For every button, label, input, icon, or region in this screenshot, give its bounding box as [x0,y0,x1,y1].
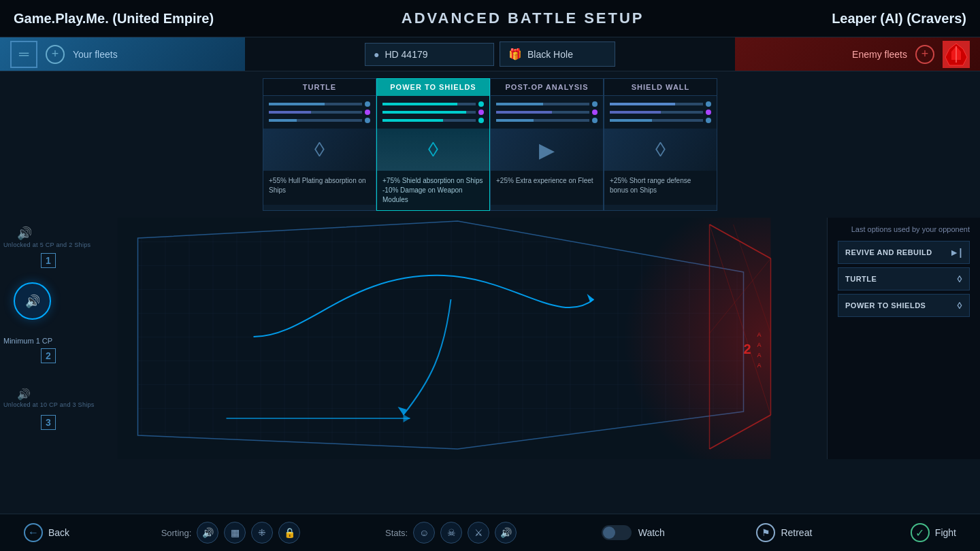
skip-forward-icon: ►| [949,247,962,258]
watch-toggle[interactable] [602,525,632,540]
stat-skull-btn[interactable]: ☠ [440,522,462,544]
battlefield: 2 A A A A [61,218,827,459]
svg-rect-6 [526,218,771,459]
back-label: Back [48,527,69,538]
location-name: Black Hole [527,49,573,60]
sort-bar-btn[interactable]: ▦ [224,522,246,544]
pop-icon: ▶ [539,138,555,162]
card-sw-desc: +25% Short range defense bonus on Ships [604,171,717,205]
retreat-button[interactable]: ⚑ Retreat [749,519,819,546]
fight-button[interactable]: ✓ Fight [904,519,963,546]
bottom-bar: ← Back Sorting: 🔊 ▦ ⁜ 🔒 Stats: ☺ ☠ ⚔ 🔊 W… [0,514,980,551]
turtle-shield-icon: ◊ [314,138,325,161]
watch-section: Watch [602,525,665,540]
card-pop-bg: ▶ [491,129,603,171]
card-turtle-header: TURTLE [263,79,376,96]
battle-cards-row: TURTLE ◊ +55% Hull Plating absorption on… [0,71,980,218]
retreat-icon: ⚑ [756,523,775,542]
card-turtle-desc: +55% Hull Plating absorption on Ships [263,171,376,205]
card-pts-desc: +75% Shield absorption on Ships-10% Dama… [377,171,489,210]
slot-2-indicator: 2 [41,348,56,363]
pts-option-label: POWER TO SHIELDS [845,301,926,310]
card-pop-desc: +25% Extra experience on Fleet [491,171,603,205]
svg-text:A: A [757,362,762,369]
player-name: Game.Play.Me. (United Empire) [14,11,214,27]
battle-card-turtle[interactable]: TURTLE ◊ +55% Hull Plating absorption on… [263,78,376,211]
card-sw-bg: ◊ [604,129,717,171]
enemy-fleet-label: Enemy fleets [852,49,907,60]
page-title: ADVANCED BATTLE SETUP [402,10,644,27]
stat-sword-btn[interactable]: ⚔ [468,522,489,544]
slot-3-indicator: 3 [41,415,56,430]
sound-icon-top[interactable]: 🔊 [17,226,32,241]
your-fleet-add-btn[interactable]: + [46,45,65,64]
min-cp-label: Minimum 1 CP [3,337,52,345]
turtle-shield-opt-icon: ◊ [958,273,962,284]
card-pts-bg: ◊ [377,129,489,171]
revive-label: REVIVE AND REBUILD [845,248,932,256]
gift-icon: 🎁 [508,48,522,61]
sort-lock-btn[interactable]: 🔒 [278,522,300,544]
stats-section: Stats: ☺ ☠ ⚔ 🔊 [385,522,517,544]
main-area: 🔊 Unlocked at 5 CP and 2 Ships 1 🔊 Minim… [0,218,980,459]
opponent-options-title: Last options used by your opponent [838,224,970,234]
enemy-fleet-bar: Enemy fleets + [735,37,980,71]
battlefield-svg: 2 A A A A [61,218,827,459]
header: Game.Play.Me. (United Empire) ADVANCED B… [0,0,980,37]
watch-label: Watch [638,527,665,538]
planet-name: HD 44179 [385,49,427,60]
card-pts-bars [377,96,489,129]
opponent-options-panel: Last options used by your opponent REVIV… [827,218,980,459]
turtle-option-label: TURTLE [845,275,877,283]
toggle-knob [603,527,615,539]
back-button[interactable]: ← Back [17,519,76,546]
location-inputs: ● HD 44179 🎁 Black Hole [365,41,615,67]
your-fleet-label: Your fleets [73,49,118,60]
sound-icon-bottom[interactable]: 🔊 [17,388,31,401]
sw-shield-icon: ◊ [655,138,666,161]
opponent-option-pts[interactable]: POWER TO SHIELDS ◊ [838,294,970,317]
sort-grid-btn[interactable]: ⁜ [251,522,273,544]
retreat-label: Retreat [781,527,812,538]
svg-text:A: A [757,341,762,348]
active-sound-icon: 🔊 [25,294,40,309]
fleet-logo: ═ [10,41,37,68]
opponent-option-revive[interactable]: REVIVE AND REBUILD ►| [838,241,970,264]
stats-label: Stats: [385,528,408,538]
left-side: 🔊 Unlocked at 5 CP and 2 Ships 1 🔊 Minim… [0,218,61,459]
sorting-label: Sorting: [161,528,192,538]
card-pop-header: POST-OP ANALYSIS [491,79,603,96]
your-fleet-bar: ═ + Your fleets [0,37,245,71]
battle-card-post-op[interactable]: POST-OP ANALYSIS ▶ +25% Extra experience… [490,78,604,211]
sort-sound-btn[interactable]: 🔊 [197,522,218,544]
fight-label: Fight [935,527,956,538]
stat-person-btn[interactable]: ☺ [413,522,435,544]
card-sw-header: SHIELD WALL [604,79,717,96]
card-turtle-bars [263,96,376,129]
fight-icon: ✓ [911,523,930,542]
enemy-fleet-logo [943,41,970,68]
card-sw-bars [604,96,717,129]
opponent-option-turtle[interactable]: TURTLE ◊ [838,267,970,290]
planet-input[interactable]: ● HD 44179 [365,43,494,66]
card-pop-bars [491,96,603,129]
back-icon: ← [24,523,43,542]
gift-input[interactable]: 🎁 Black Hole [500,41,615,67]
fleet-bars: ═ + Your fleets ● HD 44179 🎁 Black Hole … [0,37,980,71]
sorting-section: Sorting: 🔊 ▦ ⁜ 🔒 [161,522,301,544]
enemy-fleet-add-btn[interactable]: + [915,45,934,64]
opponent-name: Leaper (AI) (Cravers) [832,11,966,27]
battle-card-shield-wall[interactable]: SHIELD WALL ◊ +25% Short range defense b… [604,78,717,211]
slot-1-indicator: 1 [41,253,56,268]
active-fleet-circle[interactable]: 🔊 [14,282,51,320]
pts-shield-icon: ◊ [428,138,438,161]
planet-icon: ● [374,49,379,60]
svg-text:A: A [757,331,762,338]
card-turtle-bg: ◊ [263,129,376,171]
svg-text:2: 2 [744,341,751,356]
svg-text:A: A [757,352,762,358]
stat-sound2-btn[interactable]: 🔊 [495,522,517,544]
card-pts-header: POWER TO SHIELDS [377,79,489,96]
battle-card-power-to-shields[interactable]: POWER TO SHIELDS ◊ +75% Shield absorptio… [376,78,490,211]
pts-shield-opt-icon: ◊ [958,300,962,311]
